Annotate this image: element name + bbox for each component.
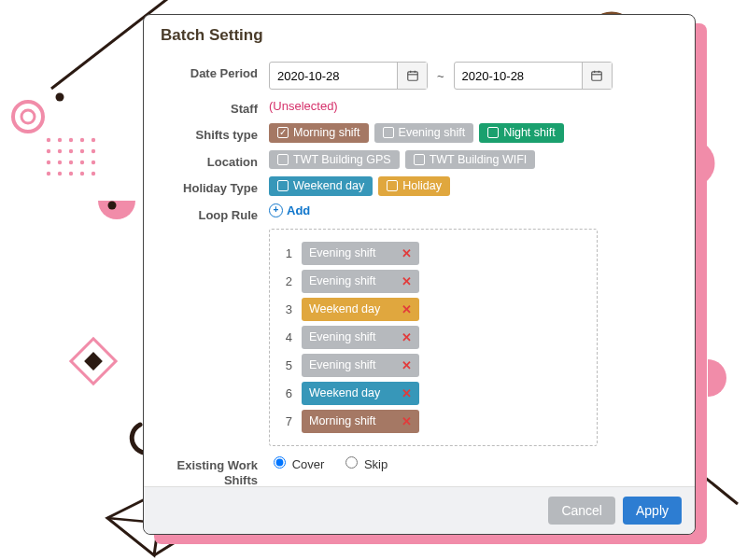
label-existing: Existing Work Shifts [144,454,269,487]
chip-label: TWT Building GPS [293,154,391,166]
shifts-type-chip[interactable]: ✓Morning shift [269,123,369,143]
svg-point-13 [92,149,95,153]
loop-tag-label: Weekend day [309,386,380,399]
svg-point-12 [80,149,84,153]
svg-point-19 [47,172,50,175]
loop-row: 2Evening shift✕ [279,270,587,293]
svg-rect-25 [71,339,116,384]
radio-cover[interactable]: Cover [269,454,324,471]
svg-point-4 [47,138,50,142]
svg-point-21 [69,172,73,175]
loop-index: 1 [279,246,292,260]
checkbox-icon [414,154,425,165]
shifts-type-chip[interactable]: Night shift [479,123,564,143]
remove-icon[interactable]: ✕ [402,414,412,428]
holiday-type-chip[interactable]: Weekend day [269,176,373,196]
date-to-wrapper [454,62,613,90]
svg-point-6 [69,138,73,142]
remove-icon[interactable]: ✕ [402,246,412,260]
label-loop-rule: Loop Rule [144,203,269,222]
checkbox-icon [277,180,289,191]
svg-point-22 [80,172,84,175]
svg-point-1 [13,102,43,132]
remove-icon[interactable]: ✕ [402,358,412,372]
chip-label: Night shift [503,127,556,139]
plus-icon: + [269,203,283,217]
radio-cover-input[interactable] [274,456,286,469]
svg-point-10 [58,149,62,153]
loop-index: 4 [279,330,292,344]
svg-point-15 [58,161,62,164]
shifts-type-chip[interactable]: Evening shift [374,123,474,143]
cancel-button[interactable]: Cancel [548,497,615,525]
loop-row: 3Weekend day✕ [279,298,587,321]
checkbox-icon [383,127,394,138]
svg-point-11 [69,149,73,153]
radio-skip[interactable]: Skip [341,454,388,471]
location-chip[interactable]: TWT Building GPS [269,150,400,170]
loop-tag[interactable]: Evening shift✕ [302,270,419,293]
panel-title: Batch Setting [144,15,695,54]
loop-index: 2 [279,274,292,288]
loop-tag-label: Morning shift [309,414,376,427]
checkbox-icon [487,127,499,138]
label-shifts-type: Shifts type [144,123,269,142]
loop-index: 5 [279,358,292,372]
loop-tag[interactable]: Evening shift✕ [302,326,419,349]
calendar-icon[interactable] [582,63,612,89]
loop-index: 3 [279,302,292,316]
loop-index: 6 [279,386,292,400]
remove-icon[interactable]: ✕ [402,302,412,316]
apply-button[interactable]: Apply [623,497,682,525]
loop-row: 6Weekend day✕ [279,382,587,405]
loop-tag[interactable]: Weekend day✕ [302,298,419,321]
loop-row: 1Evening shift✕ [279,242,587,265]
svg-point-18 [92,161,95,164]
loop-row: 7Morning shift✕ [279,410,587,433]
loop-tag[interactable]: Weekend day✕ [302,382,419,405]
svg-point-5 [58,138,62,142]
loop-tag-label: Evening shift [309,358,376,371]
add-label: Add [287,203,310,217]
chip-label: Weekend day [293,180,364,192]
checkbox-icon [277,154,289,165]
staff-value[interactable]: (Unselected) [269,97,338,113]
holiday-type-chip[interactable]: Holiday [378,176,450,196]
chip-label: Morning shift [293,127,360,139]
add-loop-button[interactable]: + Add [269,203,310,217]
chip-label: Holiday [402,180,442,192]
svg-point-16 [69,161,73,164]
loop-tag-label: Evening shift [309,274,376,287]
location-chip[interactable]: TWT Building WIFI [405,150,536,170]
svg-point-2 [21,110,35,123]
svg-point-17 [80,161,84,164]
svg-point-24 [108,202,117,210]
check-icon: ✓ [277,127,289,138]
chip-label: TWT Building WIFI [430,154,528,166]
calendar-icon[interactable] [397,63,427,89]
remove-icon[interactable]: ✕ [402,330,412,344]
chip-label: Evening shift [399,127,466,139]
svg-rect-26 [84,352,103,371]
svg-point-20 [58,172,62,175]
label-holiday-type: Holiday Type [144,176,269,195]
svg-point-23 [92,172,95,175]
date-to-input[interactable] [455,69,582,83]
loop-tag[interactable]: Evening shift✕ [302,242,419,265]
remove-icon[interactable]: ✕ [402,386,412,400]
loop-index: 7 [279,414,292,428]
radio-skip-input[interactable] [345,456,358,469]
label-date-period: Date Period [144,62,269,80]
loop-tag-label: Evening shift [309,330,376,343]
panel-content: Date Period ~ Staff [144,54,695,486]
date-from-wrapper [269,62,428,90]
remove-icon[interactable]: ✕ [402,274,412,288]
checkbox-icon [387,180,398,191]
date-from-input[interactable] [270,69,397,83]
svg-point-8 [92,138,95,142]
svg-rect-63 [592,72,602,80]
loop-tag[interactable]: Evening shift✕ [302,354,419,377]
loop-tag[interactable]: Morning shift✕ [302,410,419,433]
label-staff: Staff [144,97,269,116]
label-location: Location [144,150,269,169]
